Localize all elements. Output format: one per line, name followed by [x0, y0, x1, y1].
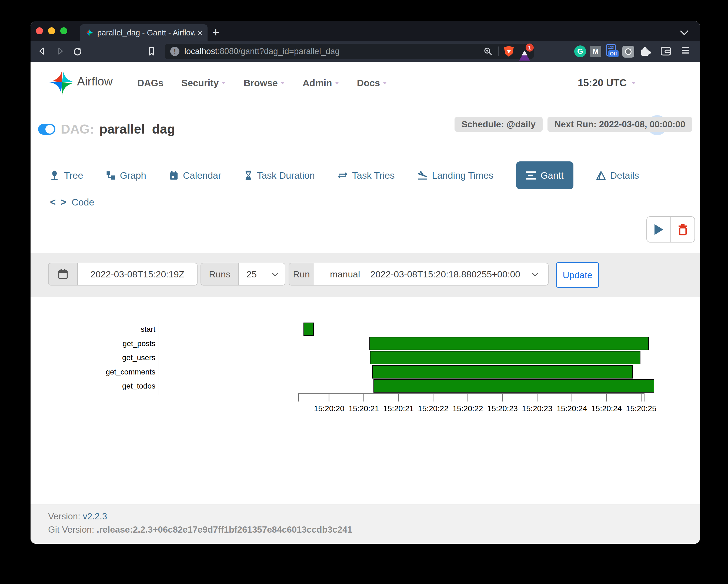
desktop-background: parallel_dag - Gantt - Airflow × + ! — [0, 0, 728, 584]
calendar-addon — [48, 263, 78, 285]
dag-actions — [646, 216, 695, 243]
m-extension-icon[interactable]: M — [590, 46, 601, 57]
task-bar-get_posts[interactable] — [369, 337, 649, 350]
gantt-time-axis — [298, 393, 644, 394]
tree-icon — [50, 171, 60, 180]
axis-tick — [398, 393, 399, 402]
grammarly-extension-icon[interactable]: G — [574, 45, 586, 57]
utc-clock[interactable]: 15:20 UTC — [578, 77, 627, 89]
axis-tick — [468, 393, 468, 402]
trigger-dag-button[interactable] — [647, 217, 671, 242]
task-bar-get_users[interactable] — [370, 351, 641, 364]
run-label: Run — [289, 263, 314, 285]
address-bar[interactable]: ! localhost:8080/gantt?dag_id=parallel_d… — [165, 44, 534, 59]
gantt-chart: startget_postsget_usersget_commentsget_t… — [30, 321, 700, 415]
brave-shields-icon[interactable] — [504, 46, 514, 57]
tab-tree[interactable]: Tree — [50, 170, 83, 181]
bookmark-icon[interactable] — [147, 47, 156, 56]
task-label-start: start — [30, 323, 155, 336]
chevron-down-icon — [532, 270, 538, 277]
off-badge: Off — [608, 50, 619, 57]
nav-item-browse[interactable]: Browse — [243, 78, 285, 88]
axis-tick — [572, 393, 572, 402]
task-bar-get_todos[interactable] — [373, 379, 654, 392]
zoom-page-icon[interactable] — [484, 47, 493, 56]
tab-landing-times[interactable]: Landing Times — [417, 170, 494, 181]
nav-item-security[interactable]: Security — [181, 78, 226, 88]
nav-item-admin[interactable]: Admin — [303, 78, 339, 88]
tab-graph[interactable]: Graph — [106, 170, 146, 181]
run-select[interactable]: manual__2022-03-08T15:20:18.880255+00:00 — [314, 263, 549, 285]
chevron-down-icon — [272, 270, 278, 277]
menu-icon[interactable] — [682, 47, 690, 53]
puzzle-extensions-icon[interactable] — [639, 45, 651, 57]
tab-list-chevron-icon[interactable] — [680, 27, 688, 35]
dag-name: parallel_dag — [100, 122, 175, 136]
blocker-extension-icon[interactable]: 123 Off — [605, 44, 618, 58]
runs-label: Runs — [201, 263, 239, 285]
url-path: :8080/gantt?dag_id=parallel_dag — [217, 47, 339, 56]
axis-tick — [329, 393, 330, 402]
tab-task-tries[interactable]: Task Tries — [338, 170, 395, 181]
next-run-badge: Next Run: 2022-03-08, 00:00:00 — [547, 117, 692, 132]
view-tabs-row2: < >Code — [50, 194, 94, 210]
dag-label: DAG: — [61, 122, 94, 136]
brave-rewards-icon[interactable]: 1 — [519, 47, 530, 56]
play-icon — [654, 224, 663, 235]
screenshot-extension-icon[interactable] — [622, 46, 634, 57]
task-label-get_comments: get_comments — [30, 365, 155, 379]
zoom-window-button[interactable] — [60, 27, 67, 34]
nav-item-docs[interactable]: Docs — [357, 78, 387, 88]
plane-landing-icon — [417, 170, 428, 181]
browser-tabstrip: parallel_dag - Gantt - Airflow × + — [30, 21, 700, 41]
wallet-icon[interactable] — [660, 46, 672, 57]
trash-icon — [677, 223, 689, 236]
tab-details[interactable]: Details — [596, 170, 639, 181]
airflow-navbar: Airflow DAGsSecurityBrowseAdminDocs 15:2… — [30, 62, 700, 104]
browser-toolbar: ! localhost:8080/gantt?dag_id=parallel_d… — [30, 41, 700, 62]
execution-date-input[interactable] — [78, 263, 198, 285]
task-label-get_users: get_users — [30, 351, 155, 364]
tab-gantt[interactable]: Gantt — [516, 161, 573, 189]
minimize-window-button[interactable] — [48, 27, 55, 34]
axis-tick — [298, 393, 299, 402]
axis-tick-label: 15:20:25 — [614, 404, 668, 413]
axis-tick — [644, 393, 645, 402]
version-label: Version: — [48, 511, 80, 521]
back-icon[interactable] — [37, 47, 47, 56]
browser-window: parallel_dag - Gantt - Airflow × + ! — [30, 21, 700, 544]
airflow-favicon — [85, 28, 94, 37]
airflow-logo[interactable] — [49, 69, 76, 96]
task-bar-start[interactable] — [304, 323, 314, 336]
axis-tick — [537, 393, 538, 402]
retry-icon — [338, 171, 348, 180]
new-tab-button[interactable]: + — [212, 25, 219, 40]
tab-calendar[interactable]: Calendar — [169, 170, 221, 181]
graph-icon — [106, 171, 116, 180]
code-icon: < > — [50, 197, 67, 208]
update-button[interactable]: Update — [556, 262, 599, 288]
schedule-badge: Schedule: @daily — [454, 117, 543, 132]
nav-item-dags[interactable]: DAGs — [137, 78, 163, 88]
tab-task-duration[interactable]: Task Duration — [244, 170, 315, 181]
forward-icon[interactable] — [55, 47, 64, 56]
calendar-icon — [169, 171, 179, 180]
close-tab-icon[interactable]: × — [197, 28, 203, 38]
delete-dag-button[interactable] — [671, 217, 695, 242]
hourglass-icon — [244, 170, 253, 181]
version-link[interactable]: v2.2.3 — [83, 511, 107, 521]
footer: Version: v2.2.3 Git Version: .release:2.… — [30, 505, 700, 544]
airflow-brand[interactable]: Airflow — [77, 75, 113, 88]
browser-tab[interactable]: parallel_dag - Gantt - Airflow × — [80, 24, 208, 41]
toolbar-divider — [498, 47, 499, 56]
task-bar-get_comments[interactable] — [372, 365, 633, 379]
tab-code[interactable]: < >Code — [50, 197, 94, 208]
close-window-button[interactable] — [36, 27, 43, 34]
reload-icon[interactable] — [73, 47, 82, 56]
site-info-icon[interactable]: ! — [170, 47, 179, 56]
chevron-down-icon — [383, 82, 387, 84]
runs-select[interactable]: 25 — [239, 263, 285, 285]
dag-pause-toggle[interactable] — [38, 124, 55, 135]
rewards-badge: 1 — [526, 44, 534, 52]
axis-tick — [606, 393, 607, 402]
